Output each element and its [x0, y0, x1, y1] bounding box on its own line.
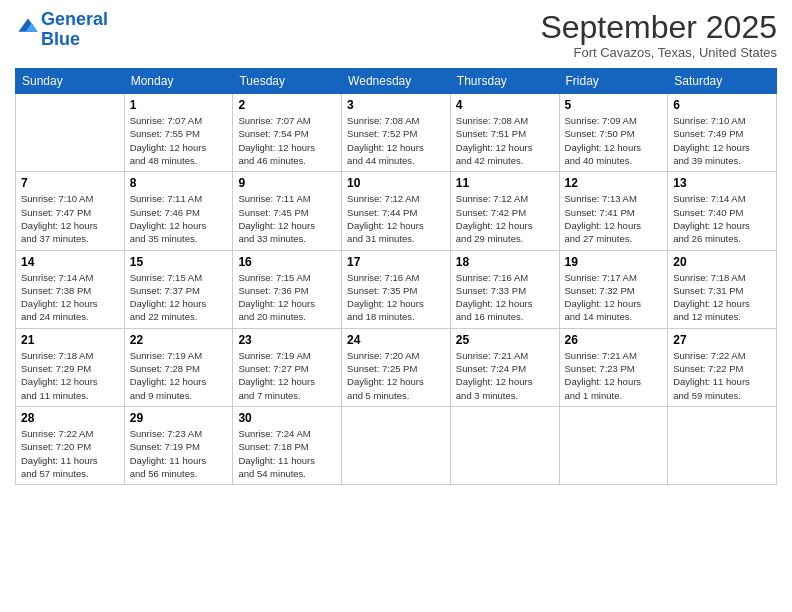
table-row: [668, 406, 777, 484]
table-row: 27Sunrise: 7:22 AMSunset: 7:22 PMDayligh…: [668, 328, 777, 406]
table-row: 2Sunrise: 7:07 AMSunset: 7:54 PMDaylight…: [233, 94, 342, 172]
day-info: Sunrise: 7:21 AMSunset: 7:23 PMDaylight:…: [565, 349, 663, 402]
day-number: 6: [673, 98, 771, 112]
month-title: September 2025: [540, 10, 777, 45]
day-number: 20: [673, 255, 771, 269]
day-info: Sunrise: 7:09 AMSunset: 7:50 PMDaylight:…: [565, 114, 663, 167]
day-number: 24: [347, 333, 445, 347]
table-row: 19Sunrise: 7:17 AMSunset: 7:32 PMDayligh…: [559, 250, 668, 328]
day-number: 19: [565, 255, 663, 269]
calendar-header-row: Sunday Monday Tuesday Wednesday Thursday…: [16, 69, 777, 94]
day-info: Sunrise: 7:21 AMSunset: 7:24 PMDaylight:…: [456, 349, 554, 402]
logo-text-blue: Blue: [41, 30, 108, 50]
day-info: Sunrise: 7:10 AMSunset: 7:47 PMDaylight:…: [21, 192, 119, 245]
day-number: 30: [238, 411, 336, 425]
table-row: 12Sunrise: 7:13 AMSunset: 7:41 PMDayligh…: [559, 172, 668, 250]
day-info: Sunrise: 7:07 AMSunset: 7:54 PMDaylight:…: [238, 114, 336, 167]
day-info: Sunrise: 7:18 AMSunset: 7:29 PMDaylight:…: [21, 349, 119, 402]
table-row: 22Sunrise: 7:19 AMSunset: 7:28 PMDayligh…: [124, 328, 233, 406]
calendar-week-row: 1Sunrise: 7:07 AMSunset: 7:55 PMDaylight…: [16, 94, 777, 172]
day-info: Sunrise: 7:13 AMSunset: 7:41 PMDaylight:…: [565, 192, 663, 245]
location: Fort Cavazos, Texas, United States: [540, 45, 777, 60]
table-row: [16, 94, 125, 172]
table-row: 30Sunrise: 7:24 AMSunset: 7:18 PMDayligh…: [233, 406, 342, 484]
day-info: Sunrise: 7:10 AMSunset: 7:49 PMDaylight:…: [673, 114, 771, 167]
col-sunday: Sunday: [16, 69, 125, 94]
col-thursday: Thursday: [450, 69, 559, 94]
day-number: 15: [130, 255, 228, 269]
day-info: Sunrise: 7:08 AMSunset: 7:52 PMDaylight:…: [347, 114, 445, 167]
day-info: Sunrise: 7:15 AMSunset: 7:36 PMDaylight:…: [238, 271, 336, 324]
table-row: 23Sunrise: 7:19 AMSunset: 7:27 PMDayligh…: [233, 328, 342, 406]
logo-text-general: General: [41, 10, 108, 30]
col-tuesday: Tuesday: [233, 69, 342, 94]
table-row: 21Sunrise: 7:18 AMSunset: 7:29 PMDayligh…: [16, 328, 125, 406]
day-number: 7: [21, 176, 119, 190]
day-number: 28: [21, 411, 119, 425]
day-number: 25: [456, 333, 554, 347]
table-row: [342, 406, 451, 484]
title-block: September 2025 Fort Cavazos, Texas, Unit…: [540, 10, 777, 60]
col-friday: Friday: [559, 69, 668, 94]
day-info: Sunrise: 7:11 AMSunset: 7:45 PMDaylight:…: [238, 192, 336, 245]
day-number: 26: [565, 333, 663, 347]
table-row: 9Sunrise: 7:11 AMSunset: 7:45 PMDaylight…: [233, 172, 342, 250]
day-number: 9: [238, 176, 336, 190]
table-row: 18Sunrise: 7:16 AMSunset: 7:33 PMDayligh…: [450, 250, 559, 328]
table-row: 29Sunrise: 7:23 AMSunset: 7:19 PMDayligh…: [124, 406, 233, 484]
day-number: 2: [238, 98, 336, 112]
table-row: 13Sunrise: 7:14 AMSunset: 7:40 PMDayligh…: [668, 172, 777, 250]
table-row: 8Sunrise: 7:11 AMSunset: 7:46 PMDaylight…: [124, 172, 233, 250]
day-number: 14: [21, 255, 119, 269]
day-info: Sunrise: 7:18 AMSunset: 7:31 PMDaylight:…: [673, 271, 771, 324]
day-number: 23: [238, 333, 336, 347]
day-number: 10: [347, 176, 445, 190]
table-row: 25Sunrise: 7:21 AMSunset: 7:24 PMDayligh…: [450, 328, 559, 406]
day-info: Sunrise: 7:14 AMSunset: 7:40 PMDaylight:…: [673, 192, 771, 245]
day-number: 4: [456, 98, 554, 112]
table-row: 17Sunrise: 7:16 AMSunset: 7:35 PMDayligh…: [342, 250, 451, 328]
day-info: Sunrise: 7:11 AMSunset: 7:46 PMDaylight:…: [130, 192, 228, 245]
table-row: 26Sunrise: 7:21 AMSunset: 7:23 PMDayligh…: [559, 328, 668, 406]
day-number: 11: [456, 176, 554, 190]
day-number: 21: [21, 333, 119, 347]
calendar-week-row: 14Sunrise: 7:14 AMSunset: 7:38 PMDayligh…: [16, 250, 777, 328]
table-row: 28Sunrise: 7:22 AMSunset: 7:20 PMDayligh…: [16, 406, 125, 484]
col-saturday: Saturday: [668, 69, 777, 94]
day-number: 18: [456, 255, 554, 269]
table-row: [559, 406, 668, 484]
table-row: 5Sunrise: 7:09 AMSunset: 7:50 PMDaylight…: [559, 94, 668, 172]
col-wednesday: Wednesday: [342, 69, 451, 94]
page: General Blue September 2025 Fort Cavazos…: [0, 0, 792, 612]
day-info: Sunrise: 7:19 AMSunset: 7:27 PMDaylight:…: [238, 349, 336, 402]
header: General Blue September 2025 Fort Cavazos…: [15, 10, 777, 60]
table-row: [450, 406, 559, 484]
table-row: 1Sunrise: 7:07 AMSunset: 7:55 PMDaylight…: [124, 94, 233, 172]
table-row: 3Sunrise: 7:08 AMSunset: 7:52 PMDaylight…: [342, 94, 451, 172]
day-info: Sunrise: 7:12 AMSunset: 7:44 PMDaylight:…: [347, 192, 445, 245]
calendar-week-row: 21Sunrise: 7:18 AMSunset: 7:29 PMDayligh…: [16, 328, 777, 406]
calendar-week-row: 28Sunrise: 7:22 AMSunset: 7:20 PMDayligh…: [16, 406, 777, 484]
table-row: 14Sunrise: 7:14 AMSunset: 7:38 PMDayligh…: [16, 250, 125, 328]
logo: General Blue: [15, 10, 108, 50]
day-info: Sunrise: 7:15 AMSunset: 7:37 PMDaylight:…: [130, 271, 228, 324]
day-info: Sunrise: 7:24 AMSunset: 7:18 PMDaylight:…: [238, 427, 336, 480]
day-info: Sunrise: 7:20 AMSunset: 7:25 PMDaylight:…: [347, 349, 445, 402]
table-row: 24Sunrise: 7:20 AMSunset: 7:25 PMDayligh…: [342, 328, 451, 406]
day-info: Sunrise: 7:16 AMSunset: 7:33 PMDaylight:…: [456, 271, 554, 324]
col-monday: Monday: [124, 69, 233, 94]
table-row: 11Sunrise: 7:12 AMSunset: 7:42 PMDayligh…: [450, 172, 559, 250]
day-info: Sunrise: 7:16 AMSunset: 7:35 PMDaylight:…: [347, 271, 445, 324]
day-info: Sunrise: 7:14 AMSunset: 7:38 PMDaylight:…: [21, 271, 119, 324]
day-number: 5: [565, 98, 663, 112]
day-number: 29: [130, 411, 228, 425]
day-number: 3: [347, 98, 445, 112]
day-number: 22: [130, 333, 228, 347]
day-number: 13: [673, 176, 771, 190]
day-number: 12: [565, 176, 663, 190]
day-info: Sunrise: 7:12 AMSunset: 7:42 PMDaylight:…: [456, 192, 554, 245]
table-row: 4Sunrise: 7:08 AMSunset: 7:51 PMDaylight…: [450, 94, 559, 172]
table-row: 7Sunrise: 7:10 AMSunset: 7:47 PMDaylight…: [16, 172, 125, 250]
day-info: Sunrise: 7:23 AMSunset: 7:19 PMDaylight:…: [130, 427, 228, 480]
day-info: Sunrise: 7:07 AMSunset: 7:55 PMDaylight:…: [130, 114, 228, 167]
